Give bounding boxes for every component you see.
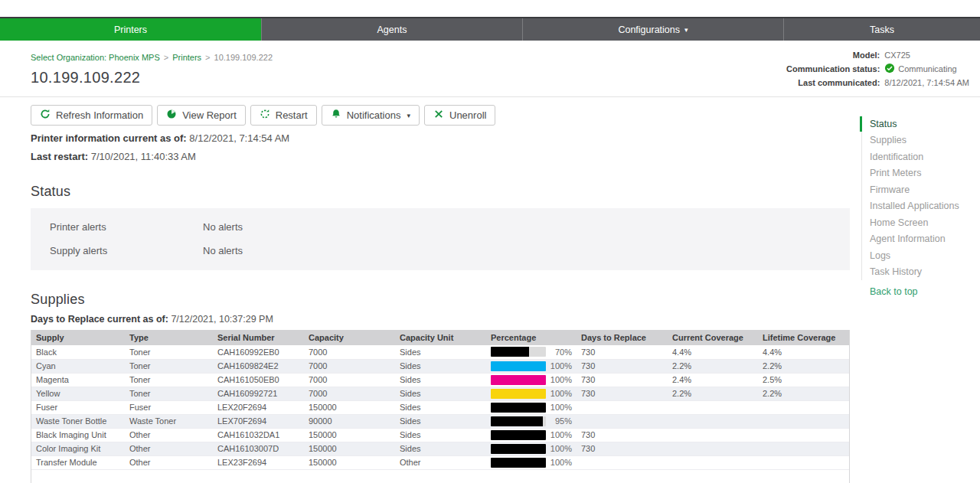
breadcrumb-link[interactable]: Select Organization: Phoenix MPS xyxy=(31,53,160,62)
side-nav-list: StatusSuppliesIdentificationPrint Meters… xyxy=(861,116,976,280)
cell-days: 730 xyxy=(577,387,668,400)
sidebar-item-firmware[interactable]: Firmware xyxy=(870,181,976,198)
status-panel: Printer alertsNo alertsSupply alertsNo a… xyxy=(31,208,850,270)
sidebar-item-print-meters[interactable]: Print Meters xyxy=(870,165,976,182)
supply-level-bar: 100% xyxy=(491,444,572,454)
cell-supply: Magenta xyxy=(31,373,125,387)
cell-lifetime xyxy=(758,455,849,469)
bar-track xyxy=(491,375,546,385)
cell-type: Toner xyxy=(125,359,213,373)
cell-lifetime: 2.2% xyxy=(758,387,849,400)
device-info: Model:CX725Communication status:Communic… xyxy=(786,51,969,87)
cell-supply: Waste Toner Bottle xyxy=(31,414,125,428)
tab-agents[interactable]: Agents xyxy=(261,18,522,41)
cell-current xyxy=(668,414,758,428)
button-label: View Report xyxy=(182,109,237,121)
cell-unit: Sides xyxy=(395,359,486,373)
tab-label: Tasks xyxy=(870,24,894,35)
cell-unit: Sides xyxy=(395,400,486,414)
section-side-nav: StatusSuppliesIdentificationPrint Meters… xyxy=(861,116,976,297)
sidebar-item-identification[interactable]: Identification xyxy=(870,148,976,165)
table-filler xyxy=(31,470,849,483)
bar-track xyxy=(491,444,546,454)
device-info-value-text: CX725 xyxy=(884,51,910,60)
cell-days xyxy=(577,400,668,414)
notifications-button[interactable]: Notifications▾ xyxy=(322,105,420,126)
view-report-button[interactable]: View Report xyxy=(157,105,246,126)
supply-level-bar: 70% xyxy=(491,347,572,357)
button-label: Refresh Information xyxy=(56,109,143,121)
table-row: CyanTonerCAH1609824E27000Sides100%7302.2… xyxy=(31,359,849,373)
cell-supply: Fuser xyxy=(31,400,125,414)
cell-capacity: 150000 xyxy=(304,455,395,469)
device-info-label: Communication status: xyxy=(786,64,880,73)
bar-track xyxy=(491,416,546,426)
table-row: Transfer ModuleOtherLEX23F2694150000Othe… xyxy=(31,455,849,469)
percentage-value: 100% xyxy=(546,430,572,439)
cell-supply: Cyan xyxy=(31,359,125,373)
sidebar-item-task-history[interactable]: Task History xyxy=(870,264,976,281)
cell-days: 730 xyxy=(577,428,668,442)
bar-track xyxy=(491,403,546,413)
sidebar-item-agent-information[interactable]: Agent Information xyxy=(870,231,976,248)
tab-label: Printers xyxy=(114,24,147,35)
bar-track xyxy=(491,430,546,440)
column-header: Days to Replace xyxy=(577,330,668,345)
button-label: Restart xyxy=(276,109,308,121)
sidebar-item-status[interactable]: Status xyxy=(870,116,976,132)
table-row: BlackTonerCAH160992EB07000Sides70%7304.4… xyxy=(31,345,849,359)
cell-unit: Sides xyxy=(395,442,486,455)
tab-configurations[interactable]: Configurations▾ xyxy=(522,18,783,41)
cell-capacity: 7000 xyxy=(304,345,395,359)
column-header: Serial Number xyxy=(213,330,304,345)
cell-serial: CAH161050EB0 xyxy=(213,373,304,387)
cell-current xyxy=(668,442,758,455)
cell-percentage: 70% xyxy=(486,345,577,359)
status-section-heading: Status xyxy=(31,184,980,200)
cell-percentage: 100% xyxy=(486,400,577,414)
cell-unit: Sides xyxy=(395,428,486,442)
tab-tasks[interactable]: Tasks xyxy=(783,18,980,41)
cell-type: Other xyxy=(125,442,213,455)
restart-button[interactable]: Restart xyxy=(250,105,317,126)
cell-capacity: 150000 xyxy=(304,442,395,455)
printer-info-current-line: Printer information current as of: 8/12/… xyxy=(31,132,980,144)
cell-type: Toner xyxy=(125,345,213,359)
breadcrumb-link[interactable]: Printers xyxy=(172,53,201,62)
tab-printers[interactable]: Printers xyxy=(0,18,261,41)
status-row-value: No alerts xyxy=(203,245,243,256)
bar-track xyxy=(491,347,546,357)
sidebar-item-logs[interactable]: Logs xyxy=(870,247,976,264)
supply-level-bar: 100% xyxy=(491,403,572,413)
cell-capacity: 150000 xyxy=(304,428,395,442)
bar-track xyxy=(491,458,546,468)
cell-serial: CAH161032DA1 xyxy=(213,428,304,442)
cell-unit: Sides xyxy=(395,345,486,359)
bar-fill xyxy=(491,458,546,468)
sidebar-item-installed-applications[interactable]: Installed Applications xyxy=(870,198,976,215)
sidebar-item-home-screen[interactable]: Home Screen xyxy=(870,214,976,231)
back-to-top-link[interactable]: Back to top xyxy=(861,286,976,297)
sidebar-item-supplies[interactable]: Supplies xyxy=(870,132,976,149)
cell-serial: CAH1609824E2 xyxy=(213,359,304,373)
device-info-label: Model: xyxy=(786,51,880,60)
cell-unit: Sides xyxy=(395,373,486,387)
supplies-table-container: SupplyTypeSerial NumberCapacityCapacity … xyxy=(31,330,850,483)
cell-type: Other xyxy=(125,455,213,469)
percentage-value: 100% xyxy=(546,403,572,412)
cell-current xyxy=(668,455,758,469)
cell-type: Waste Toner xyxy=(125,414,213,428)
tab-label: Configurations xyxy=(618,24,680,35)
supply-level-bar: 100% xyxy=(491,389,572,399)
cell-capacity: 90000 xyxy=(304,414,395,428)
status-row-value: No alerts xyxy=(203,221,243,233)
supply-level-bar: 100% xyxy=(491,430,572,440)
table-row: Black Imaging UnitOtherCAH161032DA115000… xyxy=(31,428,849,442)
unenroll-button[interactable]: Unenroll xyxy=(424,105,495,126)
device-info-value: 8/12/2021, 7:14:54 AM xyxy=(884,78,969,87)
tab-label: Agents xyxy=(377,24,407,35)
percentage-value: 100% xyxy=(546,458,572,467)
cell-unit: Sides xyxy=(395,414,486,428)
refresh-information-button[interactable]: Refresh Information xyxy=(31,105,152,126)
last-restart-value: 7/10/2021, 11:40:33 AM xyxy=(91,151,196,162)
